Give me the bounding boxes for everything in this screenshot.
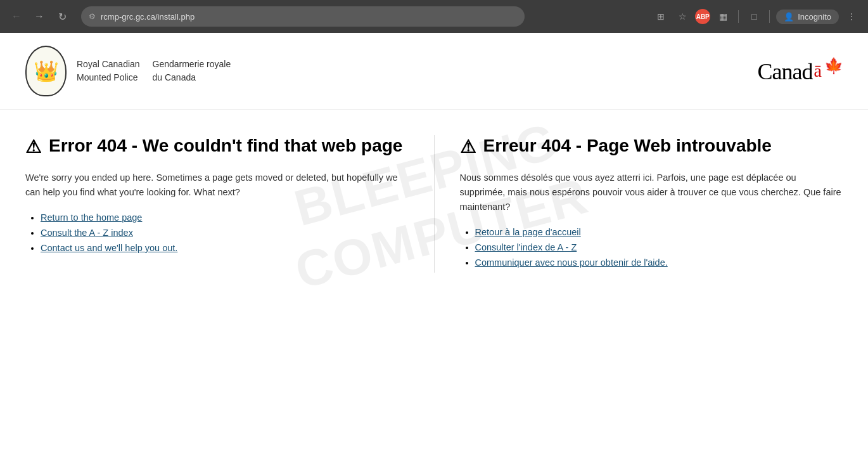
url-display: rcmp-grc.gc.ca/install.php bbox=[101, 12, 517, 22]
rcmp-crest-logo: 👑 bbox=[25, 46, 67, 96]
canada-flag-icon: ā bbox=[814, 61, 821, 81]
french-link-az[interactable]: Consulter l'index de A - Z bbox=[475, 242, 577, 252]
bookmark-icon[interactable]: ☆ bbox=[673, 8, 691, 25]
column-divider bbox=[434, 135, 435, 273]
forward-button[interactable]: → bbox=[30, 8, 48, 25]
list-item: Communiquer avec nous pour obtenir de l'… bbox=[475, 257, 843, 268]
french-error-heading: ⚠ Erreur 404 - Page Web introuvable bbox=[460, 135, 843, 158]
crest-icon: 👑 bbox=[34, 59, 59, 83]
english-warning-icon: ⚠ bbox=[25, 136, 41, 158]
divider bbox=[738, 10, 739, 23]
french-link-contact[interactable]: Communiquer avec nous pour obtenir de l'… bbox=[475, 257, 668, 268]
org-name-english: Royal Canadian Mounted Police bbox=[77, 58, 140, 84]
english-link-contact[interactable]: Contact us and we'll help you out. bbox=[41, 243, 177, 253]
extensions-icon[interactable]: ▦ bbox=[714, 8, 732, 25]
english-link-home[interactable]: Return to the home page bbox=[41, 212, 142, 223]
english-column: ⚠ Error 404 - We couldn't find that web … bbox=[25, 135, 409, 273]
org-name-bilingual: Royal Canadian Mounted Police Gendarmeri… bbox=[77, 58, 231, 84]
reload-button[interactable]: ↻ bbox=[53, 8, 71, 25]
logo-area: 👑 Royal Canadian Mounted Police Gendarme… bbox=[25, 46, 231, 96]
adblock-button[interactable]: ABP bbox=[695, 9, 710, 24]
reader-mode-icon[interactable]: □ bbox=[745, 8, 763, 25]
french-warning-icon: ⚠ bbox=[460, 136, 476, 158]
french-column: ⚠ Erreur 404 - Page Web introuvable Nous… bbox=[460, 135, 843, 273]
back-button[interactable]: ← bbox=[8, 8, 25, 25]
address-bar[interactable]: ⚙ rcmp-grc.gc.ca/install.php bbox=[81, 6, 525, 27]
canada-text: Canad bbox=[758, 59, 813, 84]
divider2 bbox=[769, 10, 770, 23]
french-heading-text: Erreur 404 - Page Web introuvable bbox=[483, 135, 772, 157]
french-description: Nous sommes désolés que vous ayez atterr… bbox=[460, 171, 843, 215]
incognito-label: Incognito bbox=[798, 12, 831, 22]
browser-toolbar: ⊞ ☆ ABP ▦ □ 👤 Incognito ⋮ bbox=[652, 8, 860, 25]
french-link-home[interactable]: Retour à la page d'accueil bbox=[475, 227, 581, 237]
org-name-french: Gendarmerie royale du Canada bbox=[153, 58, 231, 84]
main-content: BLEEPING COMPUTER ⚠ Error 404 - We could… bbox=[0, 110, 868, 298]
list-item: Consulter l'index de A - Z bbox=[475, 242, 843, 252]
english-error-heading: ⚠ Error 404 - We couldn't find that web … bbox=[25, 135, 409, 158]
english-link-az[interactable]: Consult the A - Z index bbox=[41, 228, 133, 238]
tab-grid-icon[interactable]: ⊞ bbox=[652, 8, 670, 25]
canada-wordmark: Canadā 🍁 bbox=[758, 57, 843, 85]
page-wrapper: 👑 Royal Canadian Mounted Police Gendarme… bbox=[0, 33, 868, 454]
english-description: We're sorry you ended up here. Sometimes… bbox=[25, 171, 409, 200]
english-heading-text: Error 404 - We couldn't find that web pa… bbox=[49, 135, 402, 157]
browser-chrome: ← → ↻ ⚙ rcmp-grc.gc.ca/install.php ⊞ ☆ A… bbox=[0, 0, 868, 33]
french-links-list: Retour à la page d'accueil Consulter l'i… bbox=[460, 227, 843, 268]
incognito-button[interactable]: 👤 Incognito bbox=[776, 10, 839, 24]
list-item: Contact us and we'll help you out. bbox=[41, 243, 409, 253]
maple-leaf-icon: 🍁 bbox=[821, 58, 843, 74]
english-links-list: Return to the home page Consult the A - … bbox=[25, 212, 409, 253]
list-item: Consult the A - Z index bbox=[41, 228, 409, 238]
list-item: Return to the home page bbox=[41, 212, 409, 223]
list-item: Retour à la page d'accueil bbox=[475, 227, 843, 237]
site-header: 👑 Royal Canadian Mounted Police Gendarme… bbox=[0, 33, 868, 110]
security-icon: ⚙ bbox=[89, 12, 96, 21]
menu-button[interactable]: ⋮ bbox=[843, 8, 860, 25]
incognito-icon: 👤 bbox=[784, 12, 794, 22]
